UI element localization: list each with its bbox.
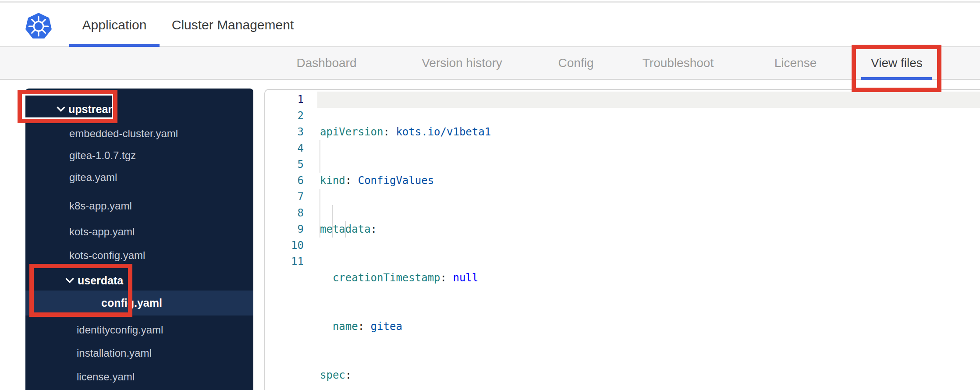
tab-cluster-management[interactable]: Cluster Management [167,3,298,47]
line-number-gutter: 1 2 3 4 5 6 7 8 9 10 11 [265,92,304,270]
yaml-code[interactable]: apiVersion: kots.io/v1beta1 kind: Config… [320,92,491,390]
kubernetes-logo-icon [25,12,53,40]
tree-file-identityconfig[interactable]: identityconfig.yaml [25,319,253,341]
code-line: spec: [320,367,491,383]
chevron-down-icon [65,277,75,284]
tree-file-label: identityconfig.yaml [77,324,163,336]
tree-file-license[interactable]: license.yaml [25,366,253,388]
active-tab-underline [69,44,160,47]
subnav-item-dashboard[interactable]: Dashboard [297,47,357,79]
tree-file-config-selected[interactable]: config.yaml [25,291,253,316]
tree-file-kots-config[interactable]: kots-config.yaml [25,245,253,266]
line-number: 10 [265,238,304,254]
code-line: apiVersion: kots.io/v1beta1 [320,124,491,140]
subnav-item-view-files[interactable]: View files [871,47,923,79]
file-content-editor[interactable]: 1 2 3 4 5 6 7 8 9 10 11 apiVersion: kots… [264,89,980,390]
tree-file-label: k8s-app.yaml [69,200,132,212]
tree-folder-upstream[interactable]: upstream [25,98,253,120]
tree-file-installation[interactable]: installation.yaml [25,342,253,364]
subnav-item-troubleshoot[interactable]: Troubleshoot [643,47,714,79]
tree-file-gitea-tgz[interactable]: gitea-1.0.7.tgz [25,145,253,167]
tree-folder-label: userdata [78,274,123,287]
tree-folder-userdata[interactable]: userdata [25,269,253,291]
tree-file-label: config.yaml [101,297,162,309]
tree-file-gitea-yaml[interactable]: gitea.yaml [25,167,253,188]
line-number: 1 [265,92,304,108]
line-number: 11 [265,254,304,270]
subnav-item-license[interactable]: License [774,47,817,79]
line-number: 6 [265,173,304,189]
line-number: 9 [265,221,304,238]
tree-file-label: license.yaml [77,371,135,383]
line-number: 5 [265,156,304,173]
tree-file-embedded-cluster[interactable]: embedded-cluster.yaml [25,123,253,145]
top-bar: Application Cluster Management [0,3,980,47]
tree-file-k8s-app[interactable]: k8s-app.yaml [25,195,253,217]
code-line: creationTimestamp: null [320,270,491,286]
subnav-item-config[interactable]: Config [558,47,594,79]
active-subnav-underline [861,77,932,80]
tree-file-label: installation.yaml [77,347,152,359]
chevron-down-icon [56,106,66,113]
code-line: metadata: [320,221,491,238]
tree-file-label: kots-app.yaml [69,226,135,238]
tree-file-label: embedded-cluster.yaml [69,128,178,140]
line-number: 7 [265,189,304,205]
line-number: 8 [265,205,304,221]
code-line: name: gitea [320,319,491,335]
line-number: 3 [265,124,304,140]
app-subnav: Dashboard Version history Config Trouble… [0,47,980,80]
file-tree-sidebar: upstream embedded-cluster.yaml gitea-1.0… [25,89,253,390]
tab-application[interactable]: Application [69,3,160,47]
tree-file-label: kots-config.yaml [69,249,145,262]
line-number: 2 [265,108,304,124]
code-line: kind: ConfigValues [320,173,491,189]
subnav-item-version-history[interactable]: Version history [422,47,502,79]
line-number: 4 [265,140,304,156]
tree-folder-label: upstream [68,103,118,116]
tree-file-label: gitea-1.0.7.tgz [69,149,136,162]
tree-file-label: gitea.yaml [69,171,117,184]
tree-file-kots-app[interactable]: kots-app.yaml [25,221,253,243]
